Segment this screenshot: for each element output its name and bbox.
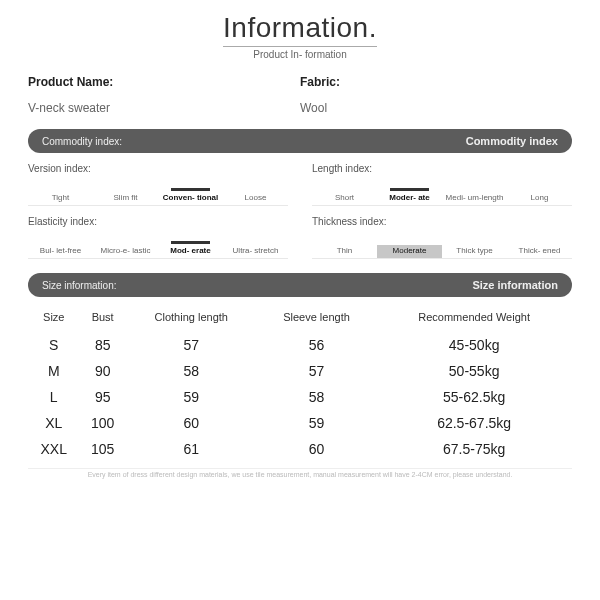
table-cell: 58 (126, 358, 257, 384)
table-cell: 61 (126, 436, 257, 462)
elasticity-index: Elasticity index:Bul- let-freeMicro-e- l… (28, 216, 288, 259)
fabric-value: Wool (300, 101, 572, 115)
size-bar-left: Size information: (42, 280, 116, 291)
size-information-bar: Size information: Size information (28, 273, 572, 297)
page-title: Information. (223, 12, 377, 47)
table-cell: 67.5-75kg (376, 436, 572, 462)
product-name-value: V-neck sweater (28, 101, 300, 115)
table-cell: 62.5-67.5kg (376, 410, 572, 436)
table-cell: 90 (80, 358, 126, 384)
thickness-index: Thickness index:ThinModerateThick typeTh… (312, 216, 572, 259)
scale-item: Medi- um-length (442, 194, 507, 205)
commodity-bar-right: Commodity index (466, 135, 558, 147)
table-header: Clothing length (126, 307, 257, 332)
table-cell: XL (28, 410, 80, 436)
table-header: Size (28, 307, 80, 332)
table-row: M90585750-55kg (28, 358, 572, 384)
table-cell: 59 (126, 384, 257, 410)
footnote: Every item of dress different design mat… (28, 468, 572, 478)
index-title: Version index: (28, 163, 288, 174)
scale-item: Ultra- stretch (223, 247, 288, 258)
table-cell: 95 (80, 384, 126, 410)
table-cell: XXL (28, 436, 80, 462)
table-cell: 45-50kg (376, 332, 572, 358)
scale-item: Mod- erate (158, 247, 223, 258)
commodity-bar-left: Commodity index: (42, 136, 122, 147)
table-row: L95595855-62.5kg (28, 384, 572, 410)
scale-item: Slim fit (93, 194, 158, 205)
scale-item: Thick type (442, 247, 507, 258)
index-title: Length index: (312, 163, 572, 174)
scale-item: Long (507, 194, 572, 205)
table-cell: 100 (80, 410, 126, 436)
scale-item: Short (312, 194, 377, 205)
scale-item: Loose (223, 194, 288, 205)
index-title: Thickness index: (312, 216, 572, 227)
table-row: S85575645-50kg (28, 332, 572, 358)
table-cell: 85 (80, 332, 126, 358)
table-cell: 57 (126, 332, 257, 358)
scale-item: Conven- tional (158, 194, 223, 205)
page-subtitle: Product In- formation (28, 49, 572, 61)
table-row: XXL105616067.5-75kg (28, 436, 572, 462)
table-cell: 55-62.5kg (376, 384, 572, 410)
index-title: Elasticity index: (28, 216, 288, 227)
table-cell: 58 (257, 384, 377, 410)
scale-item: Thin (312, 247, 377, 258)
product-row: Product Name: V-neck sweater Fabric: Woo… (28, 75, 572, 115)
table-header: Bust (80, 307, 126, 332)
table-row: XL100605962.5-67.5kg (28, 410, 572, 436)
table-cell: L (28, 384, 80, 410)
table-cell: 60 (257, 436, 377, 462)
scale-item: Bul- let-free (28, 247, 93, 258)
commodity-index-bar: Commodity index: Commodity index (28, 129, 572, 153)
length-index: Length index:ShortModer- ateMedi- um-len… (312, 163, 572, 206)
table-cell: 60 (126, 410, 257, 436)
table-cell: 59 (257, 410, 377, 436)
table-cell: 50-55kg (376, 358, 572, 384)
size-bar-right: Size information (472, 279, 558, 291)
scale-item: Moderate (377, 245, 442, 258)
table-header: Recommended Weight (376, 307, 572, 332)
table-cell: 56 (257, 332, 377, 358)
table-header: Sleeve length (257, 307, 377, 332)
scale-item: Thick- ened (507, 247, 572, 258)
table-cell: S (28, 332, 80, 358)
product-name-label: Product Name: (28, 75, 300, 89)
table-cell: M (28, 358, 80, 384)
table-cell: 57 (257, 358, 377, 384)
scale-item: Micro-e- lastic (93, 247, 158, 258)
scale-item: Moder- ate (377, 194, 442, 205)
scale-item: Tight (28, 194, 93, 205)
version-index: Version index:TightSlim fitConven- tiona… (28, 163, 288, 206)
table-cell: 105 (80, 436, 126, 462)
size-table: SizeBustClothing lengthSleeve lengthReco… (28, 307, 572, 462)
fabric-label: Fabric: (300, 75, 572, 89)
